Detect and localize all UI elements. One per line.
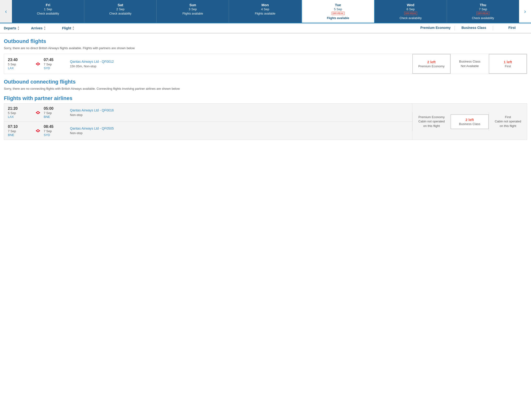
partner-flights-list: 21:20 5 Sep LAX 05:00 7 Sep BNE Qantas A… [0, 103, 531, 140]
th-first: First [493, 26, 531, 30]
day-tue[interactable]: Tue5 SepOFF-PEAKFlights available [302, 0, 375, 23]
flight-leg-1: 07:10 7 Sep BNE 08:45 7 Sep SYD Qantas A… [4, 121, 412, 140]
leg-depart-airport-link-0[interactable]: LAX [8, 115, 14, 119]
day-wed[interactable]: Wed6 SepOFF-PEAKCheck availability [375, 0, 447, 23]
leg-arrive-1: 08:45 7 Sep SYD [44, 125, 70, 137]
calendar-days: Fri1 SepCheck availabilitySat2 SepCheck … [12, 0, 519, 23]
flight-card: 23:40 5 Sep LAX 07:45 7 Sep SYD Qantas A… [4, 54, 527, 74]
day-fri[interactable]: Fri1 SepCheck availability [12, 0, 84, 23]
airline-logo [34, 61, 42, 66]
first-class-cell[interactable]: 1 left First [489, 54, 527, 74]
premium-economy-cell[interactable]: 2 left Premium Economy [412, 54, 451, 74]
leg-flight-name-link-1[interactable]: Qantas Airways Ltd - QF0505 [70, 126, 114, 130]
leg-details-0: Qantas Airways Ltd - QF0016 Non-stop [70, 108, 408, 117]
depart-airport-link[interactable]: LAX [8, 66, 14, 70]
connecting-title: Outbound connecting flights [4, 79, 527, 85]
combined-cabin-col: Premium EconomyCabin not operatedon this… [412, 104, 527, 140]
leg-flight-name-link-0[interactable]: Qantas Airways Ltd - QF0016 [70, 108, 114, 112]
outbound-flights-list: 23:40 5 Sep LAX 07:45 7 Sep SYD Qantas A… [0, 54, 531, 74]
leg-airline-logo-1 [34, 128, 42, 133]
business-class-cell: Business ClassNot Available [451, 54, 489, 74]
flight-sort-icon: ▲▼ [72, 26, 75, 30]
leg-airline-logo-0 [34, 110, 42, 115]
day-mon[interactable]: Mon4 SepFlights available [229, 0, 301, 23]
leg-details-1: Qantas Airways Ltd - QF0505 Non-stop [70, 126, 408, 135]
leg-arrive-airport-link-1[interactable]: SYD [44, 133, 50, 137]
calendar-nav: ‹ Fri1 SepCheck availabilitySat2 SepChec… [0, 0, 531, 23]
arrives-sort-icon: ▲▼ [44, 26, 46, 30]
flight-name-link[interactable]: Qantas Airways Ltd - QF0012 [70, 60, 114, 63]
partner-title: Flights with partner airlines [4, 95, 527, 101]
combined-flights-col: 21:20 5 Sep LAX 05:00 7 Sep BNE Qantas A… [4, 104, 412, 140]
table-header: Departs ▲▼ Arrives ▲▼ Flight ▲▼ Premium … [0, 23, 531, 33]
leg-depart-airport-link-1[interactable]: BNE [8, 133, 14, 137]
prev-arrow[interactable]: ‹ [0, 0, 12, 23]
th-business-class: Business Class [454, 26, 493, 30]
day-sat[interactable]: Sat2 SepCheck availability [84, 0, 157, 23]
flight-details: Qantas Airways Ltd - QF0012 15h 05m, Non… [70, 60, 408, 68]
th-premium-economy: Premium Economy [416, 26, 454, 30]
th-flight[interactable]: Flight ▲▼ [62, 26, 416, 30]
partner-business-cell[interactable]: 2 left Business Class [451, 114, 489, 129]
flight-info: 23:40 5 Sep LAX 07:45 7 Sep SYD Qantas A… [4, 54, 412, 74]
cabin-cells: 2 left Premium Economy Business ClassNot… [412, 54, 527, 74]
partner-premium-cell: Premium EconomyCabin not operatedon this… [412, 112, 451, 131]
th-departs[interactable]: Departs ▲▼ [0, 26, 31, 30]
outbound-notice: Sorry, there are no direct British Airwa… [4, 46, 527, 50]
outbound-title: Outbound flights [4, 38, 527, 45]
leg-arrive-airport-link-0[interactable]: BNE [44, 115, 50, 119]
flight-arrive: 07:45 7 Sep SYD [44, 58, 70, 70]
day-thu[interactable]: Thu7 SepOFF-PEAKCheck availability [447, 0, 519, 23]
leg-arrive-0: 05:00 7 Sep BNE [44, 106, 70, 119]
partner-flight-card: 21:20 5 Sep LAX 05:00 7 Sep BNE Qantas A… [4, 103, 527, 140]
connecting-notice: Sorry, there are no connecting flights w… [4, 87, 527, 90]
day-sun[interactable]: Sun3 SepFlights available [157, 0, 229, 23]
leg-depart-0: 21:20 5 Sep LAX [8, 106, 34, 119]
next-arrow[interactable]: › [519, 0, 531, 23]
th-arrives[interactable]: Arrives ▲▼ [31, 26, 62, 30]
arrive-airport-link[interactable]: SYD [44, 66, 50, 70]
flight-leg-0: 21:20 5 Sep LAX 05:00 7 Sep BNE Qantas A… [4, 104, 412, 121]
leg-depart-1: 07:10 7 Sep BNE [8, 125, 34, 137]
combined-inner: 21:20 5 Sep LAX 05:00 7 Sep BNE Qantas A… [4, 104, 527, 140]
departs-sort-icon: ▲▼ [17, 26, 20, 30]
flight-depart: 23:40 5 Sep LAX [8, 58, 34, 70]
partner-first-cell: FirstCabin not operatedon this flight [489, 112, 527, 131]
